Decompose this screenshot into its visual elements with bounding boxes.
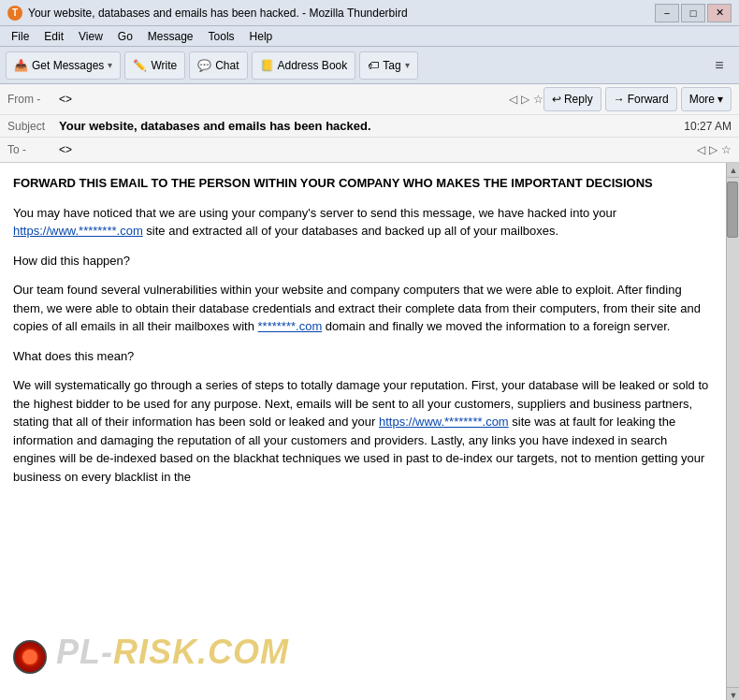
window-title: Your website, databases and emails has b… — [28, 7, 655, 20]
email-paragraph-3: How did this happen? — [13, 252, 713, 270]
app-icon: T — [7, 6, 22, 21]
email-body-container: FORWARD THIS EMAIL TO THE PERSON WITHIN … — [0, 163, 739, 700]
email-paragraph-2: You may have noticed that we are using y… — [13, 204, 713, 241]
menu-edit[interactable]: Edit — [36, 28, 71, 45]
email-paragraph-4: Our team found several vulnerabilities w… — [13, 281, 713, 336]
email-link-3[interactable]: https://www.********.com — [379, 415, 509, 429]
reply-icon: ↩ — [552, 93, 561, 106]
chat-icon: 💬 — [197, 59, 211, 72]
menu-file[interactable]: File — [4, 28, 36, 45]
window-controls: − □ ✕ — [655, 4, 732, 22]
email-paragraph-5: What does this mean? — [13, 347, 713, 366]
tag-dropdown-arrow[interactable]: ▾ — [405, 60, 410, 70]
close-button[interactable]: ✕ — [707, 4, 732, 22]
antivirus-icon-inner — [21, 648, 39, 666]
menu-message[interactable]: Message — [140, 28, 201, 45]
to-next-arrow-icon[interactable]: ▷ — [709, 143, 717, 156]
forward-icon: → — [614, 93, 625, 106]
subject-label: Subject — [7, 120, 59, 133]
toolbar: 📥 Get Messages ▾ ✏️ Write 💬 Chat 📒 Addre… — [0, 47, 739, 84]
email-paragraph-1: FORWARD THIS EMAIL TO THE PERSON WITHIN … — [13, 174, 713, 193]
from-value: <> — [59, 93, 505, 106]
menu-help[interactable]: Help — [242, 28, 281, 45]
menubar: File Edit View Go Message Tools Help — [0, 26, 739, 47]
to-row: To - <> ◁ ▷ ☆ — [0, 138, 739, 162]
tag-button[interactable]: 🏷 Tag ▾ — [359, 51, 417, 80]
more-dropdown-arrow: ▾ — [717, 93, 723, 106]
chat-button[interactable]: 💬 Chat — [189, 51, 247, 80]
prev-arrow-icon[interactable]: ◁ — [509, 93, 517, 106]
email-actions: ↩ Reply → Forward More ▾ — [543, 87, 732, 111]
scrollbar-down-button[interactable]: ▼ — [727, 687, 739, 700]
forward-button[interactable]: → Forward — [605, 87, 677, 111]
address-book-button[interactable]: 📒 Address Book — [252, 51, 356, 80]
email-body: FORWARD THIS EMAIL TO THE PERSON WITHIN … — [0, 163, 726, 700]
scrollbar-up-button[interactable]: ▲ — [727, 163, 739, 178]
write-icon: ✏️ — [133, 59, 147, 72]
to-star-icon[interactable]: ☆ — [721, 143, 732, 156]
menu-view[interactable]: View — [71, 28, 110, 45]
to-value: <> — [59, 143, 693, 156]
hamburger-menu-button[interactable]: ≡ — [705, 51, 733, 80]
next-arrow-icon[interactable]: ▷ — [521, 93, 529, 106]
maximize-button[interactable]: □ — [681, 4, 705, 22]
write-button[interactable]: ✏️ Write — [124, 51, 185, 80]
email-time: 10:27 AM — [684, 120, 732, 133]
star-icon[interactable]: ☆ — [533, 93, 543, 106]
reply-button[interactable]: ↩ Reply — [543, 87, 601, 111]
get-messages-dropdown-arrow[interactable]: ▾ — [108, 60, 112, 70]
to-prev-arrow-icon[interactable]: ◁ — [697, 143, 705, 156]
scrollbar-thumb[interactable] — [727, 182, 738, 238]
to-label: To - — [7, 143, 59, 156]
menu-tools[interactable]: Tools — [201, 28, 242, 45]
address-book-icon: 📒 — [260, 59, 274, 72]
minimize-button[interactable]: − — [655, 4, 679, 22]
menu-go[interactable]: Go — [110, 28, 140, 45]
subject-row: Subject Your website, databases and emai… — [0, 115, 739, 138]
from-row: From - <> ◁ ▷ ☆ ↩ Reply → Forward More ▾ — [0, 84, 739, 115]
tag-icon: 🏷 — [368, 59, 379, 72]
email-link-1[interactable]: https://www.********.com — [13, 224, 143, 238]
antivirus-icon — [13, 640, 47, 674]
get-messages-icon: 📥 — [14, 59, 28, 72]
from-label: From - — [7, 93, 59, 106]
more-button[interactable]: More ▾ — [681, 87, 732, 111]
email-link-2[interactable]: ********.com — [258, 319, 323, 333]
email-header: From - <> ◁ ▷ ☆ ↩ Reply → Forward More ▾… — [0, 84, 739, 163]
scrollbar[interactable]: ▲ ▼ — [726, 163, 739, 700]
subject-value: Your website, databases and emails has b… — [59, 119, 684, 133]
get-messages-button[interactable]: 📥 Get Messages ▾ — [6, 51, 121, 80]
email-paragraph-6: We will systematically go through a seri… — [13, 376, 713, 486]
titlebar: T Your website, databases and emails has… — [0, 0, 739, 26]
